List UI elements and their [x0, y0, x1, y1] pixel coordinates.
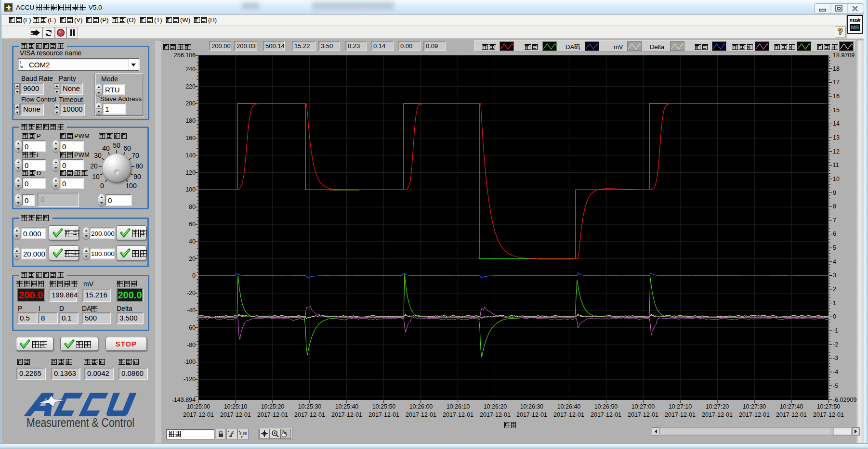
- svg-text:8.88: 8.88: [239, 431, 247, 436]
- svg-text:X: X: [232, 431, 234, 434]
